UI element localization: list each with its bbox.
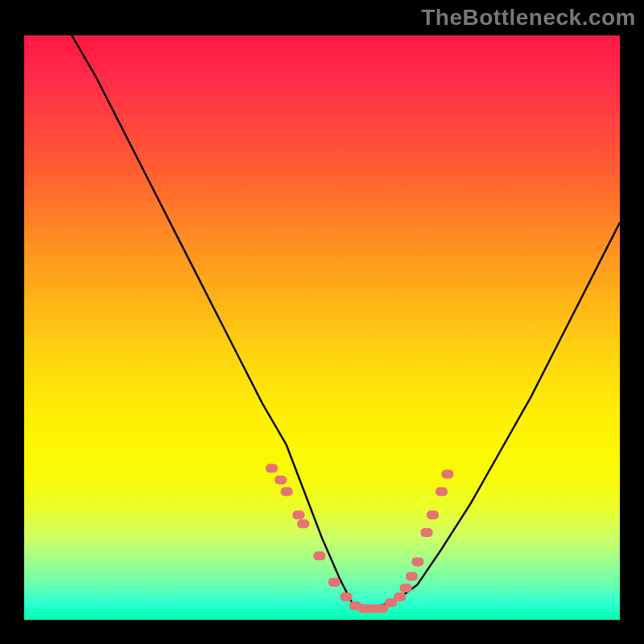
highlight-dot: [406, 572, 418, 581]
highlight-dot: [400, 584, 412, 592]
highlight-dot: [421, 528, 433, 537]
highlight-dot: [281, 487, 293, 496]
highlight-dot: [275, 476, 287, 485]
highlight-dot: [411, 557, 423, 566]
highlight-dot: [328, 578, 341, 587]
highlight-dot: [266, 464, 278, 473]
bottleneck-curve-line: [72, 35, 620, 609]
chart-outer: TheBottleneck.com: [0, 0, 644, 644]
highlight-dot: [394, 592, 406, 601]
highlight-dot: [436, 487, 448, 496]
highlight-dot: [441, 470, 453, 479]
highlight-dot: [341, 592, 353, 601]
watermark-text: TheBottleneck.com: [421, 5, 636, 31]
highlight-dot: [313, 551, 325, 560]
highlight-dots-group: [266, 464, 453, 613]
highlight-dot: [292, 510, 304, 519]
curve-group: [72, 35, 620, 609]
highlight-dot: [427, 510, 439, 519]
chart-svg: [24, 35, 620, 620]
plot-area: [24, 35, 620, 620]
highlight-dot: [297, 519, 309, 528]
